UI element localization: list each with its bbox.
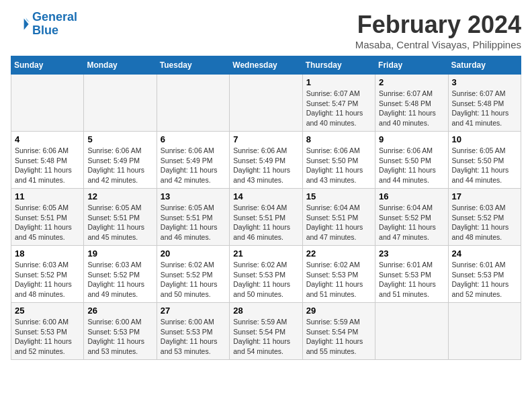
- calendar-body: 1Sunrise: 6:07 AM Sunset: 5:47 PM Daylig…: [11, 75, 521, 360]
- day-number: 14: [233, 191, 298, 201]
- calendar-cell: 19Sunrise: 6:03 AM Sunset: 5:52 PM Dayli…: [84, 246, 157, 303]
- day-number: 9: [379, 134, 444, 144]
- day-number: 6: [161, 134, 226, 144]
- day-number: 19: [87, 248, 152, 259]
- day-number: 12: [87, 191, 152, 201]
- day-of-week-header: Friday: [375, 56, 448, 75]
- day-info: Sunrise: 5:59 AM Sunset: 5:54 PM Dayligh…: [306, 317, 371, 357]
- calendar-cell: 8Sunrise: 6:06 AM Sunset: 5:50 PM Daylig…: [302, 132, 375, 189]
- day-info: Sunrise: 6:00 AM Sunset: 5:53 PM Dayligh…: [161, 317, 226, 357]
- calendar-cell: 3Sunrise: 6:07 AM Sunset: 5:48 PM Daylig…: [448, 75, 521, 132]
- calendar-cell: 21Sunrise: 6:02 AM Sunset: 5:53 PM Dayli…: [230, 246, 302, 303]
- day-number: 29: [306, 306, 371, 316]
- calendar-cell: 4Sunrise: 6:06 AM Sunset: 5:48 PM Daylig…: [11, 132, 84, 189]
- calendar-cell: 13Sunrise: 6:05 AM Sunset: 5:51 PM Dayli…: [157, 189, 229, 246]
- day-number: 16: [379, 191, 444, 201]
- day-info: Sunrise: 6:05 AM Sunset: 5:51 PM Dayligh…: [161, 203, 226, 242]
- calendar-cell: 17Sunrise: 6:03 AM Sunset: 5:52 PM Dayli…: [448, 189, 521, 246]
- day-number: 10: [452, 134, 517, 144]
- calendar-cell: 12Sunrise: 6:05 AM Sunset: 5:51 PM Dayli…: [84, 189, 157, 246]
- logo-icon: [11, 15, 30, 34]
- day-of-week-header: Sunday: [11, 56, 84, 75]
- day-info: Sunrise: 6:04 AM Sunset: 5:52 PM Dayligh…: [379, 203, 444, 242]
- day-number: 15: [306, 191, 371, 201]
- calendar-week-row: 11Sunrise: 6:05 AM Sunset: 5:51 PM Dayli…: [11, 189, 521, 246]
- calendar-cell: 10Sunrise: 6:05 AM Sunset: 5:50 PM Dayli…: [448, 132, 521, 189]
- day-number: 7: [233, 134, 298, 144]
- calendar-cell: 5Sunrise: 6:06 AM Sunset: 5:49 PM Daylig…: [84, 132, 157, 189]
- calendar-cell: 14Sunrise: 6:04 AM Sunset: 5:51 PM Dayli…: [230, 189, 302, 246]
- day-info: Sunrise: 6:03 AM Sunset: 5:52 PM Dayligh…: [87, 260, 152, 300]
- calendar-table: SundayMondayTuesdayWednesdayThursdayFrid…: [11, 56, 521, 360]
- calendar-cell: 20Sunrise: 6:02 AM Sunset: 5:52 PM Dayli…: [157, 246, 229, 303]
- calendar-cell: 1Sunrise: 6:07 AM Sunset: 5:47 PM Daylig…: [302, 75, 375, 132]
- calendar-cell: 29Sunrise: 5:59 AM Sunset: 5:54 PM Dayli…: [302, 303, 375, 360]
- calendar-cell: 23Sunrise: 6:01 AM Sunset: 5:53 PM Dayli…: [375, 246, 448, 303]
- calendar-cell: 27Sunrise: 6:00 AM Sunset: 5:53 PM Dayli…: [157, 303, 229, 360]
- day-number: 17: [452, 191, 517, 201]
- svg-marker-0: [24, 18, 29, 30]
- day-number: 3: [452, 77, 517, 87]
- calendar-week-row: 18Sunrise: 6:03 AM Sunset: 5:52 PM Dayli…: [11, 246, 521, 303]
- day-number: 23: [379, 248, 444, 259]
- day-number: 20: [161, 248, 226, 259]
- calendar-header: SundayMondayTuesdayWednesdayThursdayFrid…: [11, 56, 521, 75]
- day-number: 2: [379, 77, 444, 87]
- header-row: SundayMondayTuesdayWednesdayThursdayFrid…: [11, 56, 521, 75]
- day-number: 26: [87, 306, 152, 316]
- day-info: Sunrise: 6:06 AM Sunset: 5:49 PM Dayligh…: [161, 146, 226, 185]
- day-info: Sunrise: 6:01 AM Sunset: 5:53 PM Dayligh…: [452, 260, 517, 300]
- calendar-cell: 24Sunrise: 6:01 AM Sunset: 5:53 PM Dayli…: [448, 246, 521, 303]
- day-info: Sunrise: 6:03 AM Sunset: 5:52 PM Dayligh…: [452, 203, 517, 242]
- page-header: General Blue February 2024 Masaba, Centr…: [11, 11, 521, 50]
- logo-line1: General: [32, 10, 77, 24]
- day-info: Sunrise: 5:59 AM Sunset: 5:54 PM Dayligh…: [233, 317, 298, 357]
- calendar-week-row: 1Sunrise: 6:07 AM Sunset: 5:47 PM Daylig…: [11, 75, 521, 132]
- day-info: Sunrise: 6:01 AM Sunset: 5:53 PM Dayligh…: [379, 260, 444, 300]
- day-info: Sunrise: 6:05 AM Sunset: 5:51 PM Dayligh…: [87, 203, 152, 242]
- page-title: February 2024: [355, 11, 521, 39]
- day-info: Sunrise: 6:06 AM Sunset: 5:48 PM Dayligh…: [15, 146, 80, 185]
- calendar-cell: 15Sunrise: 6:04 AM Sunset: 5:51 PM Dayli…: [302, 189, 375, 246]
- calendar-cell: 28Sunrise: 5:59 AM Sunset: 5:54 PM Dayli…: [230, 303, 302, 360]
- calendar-week-row: 4Sunrise: 6:06 AM Sunset: 5:48 PM Daylig…: [11, 132, 521, 189]
- day-info: Sunrise: 6:07 AM Sunset: 5:48 PM Dayligh…: [379, 89, 444, 128]
- day-number: 18: [15, 248, 80, 259]
- day-info: Sunrise: 6:00 AM Sunset: 5:53 PM Dayligh…: [15, 317, 80, 357]
- day-info: Sunrise: 6:06 AM Sunset: 5:49 PM Dayligh…: [87, 146, 152, 185]
- day-number: 24: [452, 248, 517, 259]
- calendar-cell: 25Sunrise: 6:00 AM Sunset: 5:53 PM Dayli…: [11, 303, 84, 360]
- day-info: Sunrise: 6:03 AM Sunset: 5:52 PM Dayligh…: [15, 260, 80, 300]
- day-number: 8: [306, 134, 371, 144]
- day-info: Sunrise: 6:02 AM Sunset: 5:53 PM Dayligh…: [233, 260, 298, 300]
- calendar-cell: 2Sunrise: 6:07 AM Sunset: 5:48 PM Daylig…: [375, 75, 448, 132]
- day-info: Sunrise: 6:04 AM Sunset: 5:51 PM Dayligh…: [233, 203, 298, 242]
- day-number: 27: [161, 306, 226, 316]
- calendar-cell: 18Sunrise: 6:03 AM Sunset: 5:52 PM Dayli…: [11, 246, 84, 303]
- page-subtitle: Masaba, Central Visayas, Philippines: [355, 39, 521, 50]
- day-info: Sunrise: 6:00 AM Sunset: 5:53 PM Dayligh…: [87, 317, 152, 357]
- calendar-cell: 6Sunrise: 6:06 AM Sunset: 5:49 PM Daylig…: [157, 132, 229, 189]
- day-number: 22: [306, 248, 371, 259]
- calendar-cell: [157, 75, 229, 132]
- calendar-week-row: 25Sunrise: 6:00 AM Sunset: 5:53 PM Dayli…: [11, 303, 521, 360]
- calendar-cell: 9Sunrise: 6:06 AM Sunset: 5:50 PM Daylig…: [375, 132, 448, 189]
- day-info: Sunrise: 6:06 AM Sunset: 5:50 PM Dayligh…: [306, 146, 371, 185]
- day-number: 4: [15, 134, 80, 144]
- day-of-week-header: Monday: [84, 56, 157, 75]
- day-info: Sunrise: 6:04 AM Sunset: 5:51 PM Dayligh…: [306, 203, 371, 242]
- calendar-cell: 26Sunrise: 6:00 AM Sunset: 5:53 PM Dayli…: [84, 303, 157, 360]
- day-info: Sunrise: 6:07 AM Sunset: 5:48 PM Dayligh…: [452, 89, 517, 128]
- day-info: Sunrise: 6:05 AM Sunset: 5:50 PM Dayligh…: [452, 146, 517, 185]
- day-info: Sunrise: 6:05 AM Sunset: 5:51 PM Dayligh…: [15, 203, 80, 242]
- day-number: 13: [161, 191, 226, 201]
- calendar-cell: [11, 75, 84, 132]
- title-block: February 2024 Masaba, Central Visayas, P…: [355, 11, 521, 50]
- calendar-cell: [448, 303, 521, 360]
- calendar-cell: 16Sunrise: 6:04 AM Sunset: 5:52 PM Dayli…: [375, 189, 448, 246]
- day-number: 11: [15, 191, 80, 201]
- calendar-cell: [230, 75, 302, 132]
- logo: General Blue: [11, 11, 77, 38]
- day-info: Sunrise: 6:02 AM Sunset: 5:53 PM Dayligh…: [306, 260, 371, 300]
- day-info: Sunrise: 6:06 AM Sunset: 5:50 PM Dayligh…: [379, 146, 444, 185]
